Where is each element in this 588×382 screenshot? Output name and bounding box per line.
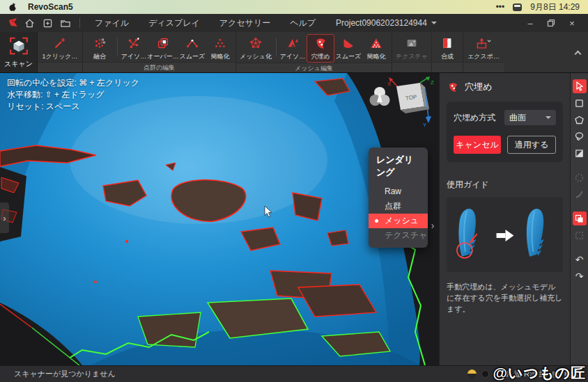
panel-title: 穴埋め [465, 81, 492, 93]
rectangle-select-tool[interactable] [573, 96, 587, 110]
axis-z-label: Z [431, 79, 434, 86]
menu-accessory[interactable]: アクセサリー [210, 17, 279, 29]
method-label: 穴埋め方式 [454, 112, 495, 124]
scan-label: スキャン [4, 59, 33, 69]
meshify-button[interactable]: メッシュ化 [238, 34, 274, 61]
scanner-status-message: スキャナーが見つかりません [14, 369, 116, 379]
ime-orb-icon[interactable] [481, 370, 489, 378]
ime-logo-icon[interactable] [467, 369, 477, 379]
export-block: エクスポ… [463, 32, 504, 72]
group-separator [117, 38, 118, 56]
export-icon [475, 35, 492, 51]
point-cloud-edit-group: 融合 アイソ… オーバー… [83, 32, 236, 72]
render-option-points[interactable]: 点群 [369, 199, 428, 214]
pc-overlap-button[interactable]: オーバー… [148, 34, 178, 61]
meshify-icon [247, 35, 264, 51]
mesh-simplify-button[interactable]: 簡略化 [362, 34, 390, 61]
method-card: 穴埋め方式 曲面 キャンセル 適用する [447, 102, 563, 162]
mesh-isolation-button[interactable]: アイソ… [279, 34, 307, 61]
mesh-group-caption: メッシュ編集 [236, 63, 392, 72]
fusion-icon [91, 35, 108, 51]
render-mode-menu: レンダリング Raw 点群 メッシュ テクスチャ [369, 148, 428, 248]
navigation-cube[interactable]: X Z TOP Y [385, 74, 438, 129]
lasso-select-tool[interactable] [573, 129, 587, 143]
scan-cube-icon [8, 35, 29, 56]
one-click-block: 1クリック… [38, 32, 83, 72]
method-value: 曲面 [509, 112, 526, 124]
new-project-button[interactable] [39, 16, 56, 30]
composite-block: 合成 [432, 32, 463, 72]
texture-button: テクスチャ [394, 34, 430, 61]
main-toolbar: スキャン 1クリック… 融合 [0, 32, 588, 73]
cancel-button[interactable]: キャンセル [454, 136, 501, 154]
restore-button[interactable] [542, 15, 560, 31]
active-app-name[interactable]: RevoScan5 [28, 2, 73, 12]
hole-filling-button[interactable]: 穴埋め [307, 34, 334, 63]
pc-simplify-icon [212, 35, 229, 51]
revoscan-logo-icon [7, 17, 20, 29]
apple-logo-icon[interactable] [8, 2, 17, 12]
menu-display[interactable]: ディスプレイ [139, 17, 209, 29]
right-panel-collapse-handle[interactable]: › [428, 212, 438, 239]
battery-icon[interactable] [513, 3, 522, 11]
revoscan-app-window: RevoScan5 ••• 9月8日 14:29 ファイル ディスプレイ アクセ… [0, 0, 588, 382]
render-option-mesh[interactable]: メッシュ [369, 214, 428, 228]
method-select[interactable]: 曲面 [504, 110, 556, 125]
hole-filling-panel-icon [447, 81, 459, 93]
texture-icon [403, 35, 420, 51]
invert-selection-tool[interactable] [573, 212, 587, 225]
render-option-raw[interactable]: Raw [369, 184, 428, 199]
texture-block: テクスチャ [392, 32, 432, 72]
titlebar-separator [79, 18, 80, 28]
left-panel-expand-handle[interactable]: › [0, 202, 9, 233]
macos-menubar: RevoScan5 ••• 9月8日 14:29 [0, 0, 588, 14]
polygon-select-tool[interactable] [573, 113, 587, 127]
connected-region-tool [573, 170, 587, 184]
hole-filling-icon [312, 35, 329, 51]
pc-simplify-button[interactable]: 簡略化 [206, 34, 234, 61]
menu-help[interactable]: ヘルプ [281, 17, 325, 29]
app-titlebar: ファイル ディスプレイ アクセサリー ヘルプ Project0906202312… [0, 14, 588, 32]
mesh-edit-group: メッシュ化 アイソ… 穴埋め [236, 32, 392, 72]
one-click-button[interactable]: 1クリック… [39, 34, 81, 61]
control-center-icon[interactable]: ••• [496, 2, 505, 12]
point-cloud-group-caption: 点群の編集 [83, 62, 235, 72]
usage-guide-title: 使用ガイド [447, 179, 563, 191]
hint-pan: 水平移動: ⇧ + 左ドラッグ [7, 89, 139, 101]
redo-button[interactable]: ↷ [573, 269, 587, 283]
pc-isolation-button[interactable]: アイソ… [120, 34, 148, 61]
close-button[interactable]: × [563, 15, 581, 31]
mesh-smooth-button[interactable]: スムーズ [334, 34, 362, 61]
expand-selection-tool [573, 228, 587, 242]
paint-select-tool[interactable] [573, 146, 587, 160]
minimize-button[interactable]: – [521, 15, 539, 31]
axis-y-label: Y [423, 122, 427, 128]
render-option-texture: テクスチャ [369, 228, 428, 243]
project-name-dropdown[interactable]: Project09062023124944 [336, 18, 437, 28]
composite-icon [439, 35, 456, 51]
open-project-button[interactable] [57, 16, 74, 30]
apply-button[interactable]: 適用する [507, 136, 556, 154]
toolbar-collapse-button[interactable] [567, 32, 588, 72]
pc-smooth-button[interactable]: スムーズ [178, 34, 206, 61]
viewport-3d[interactable]: 回転の中心を設定: ⌘ + 左クリック 水平移動: ⇧ + 左ドラッグ リセット… [0, 73, 439, 365]
mesh-isolation-icon [284, 35, 301, 51]
viewport-hints: 回転の中心を設定: ⌘ + 左クリック 水平移動: ⇧ + 左ドラッグ リセット… [7, 77, 139, 113]
mesh-smooth-icon [340, 35, 357, 51]
group-separator [276, 38, 277, 57]
pick-select-tool[interactable] [573, 79, 587, 93]
menu-file[interactable]: ファイル [86, 17, 138, 29]
render-menu-title: レンダリング [369, 153, 428, 184]
undo-button[interactable]: ↶ [573, 253, 587, 266]
menubar-clock[interactable]: 9月8日 14:29 [530, 1, 580, 13]
selection-tool-rail: ↶ ↷ [570, 73, 588, 365]
home-button[interactable] [21, 16, 38, 30]
project-name: Project09062023124944 [336, 18, 427, 28]
fusion-button[interactable]: 融合 [84, 34, 115, 61]
composite-button[interactable]: 合成 [433, 34, 461, 61]
chevron-down-icon [431, 22, 437, 24]
export-button[interactable]: エクスポ… [465, 34, 502, 61]
scan-button[interactable]: スキャン [0, 32, 38, 72]
brush-select-tool [573, 187, 587, 201]
axis-x-label: X [387, 81, 392, 87]
